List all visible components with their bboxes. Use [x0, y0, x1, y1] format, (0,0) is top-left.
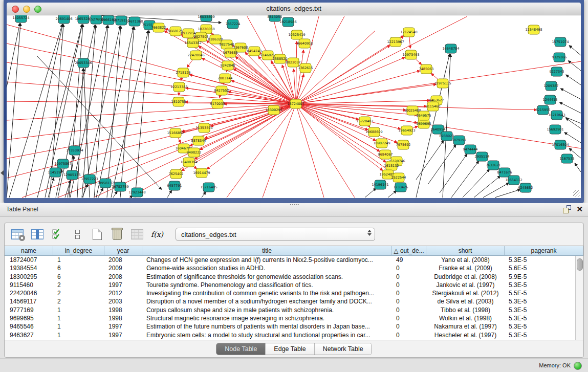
- table-scrollbar[interactable]: [575, 256, 583, 340]
- citation-edge[interactable]: [296, 57, 405, 104]
- citation-edge[interactable]: [463, 169, 489, 198]
- tab-node-table[interactable]: Node Table: [216, 343, 266, 355]
- graph-node[interactable]: 7663822: [151, 23, 166, 32]
- graph-node[interactable]: 9170033: [210, 99, 225, 108]
- scrollbar-thumb[interactable]: [577, 258, 583, 271]
- window-resize-grip[interactable]: [573, 190, 580, 197]
- citation-edge[interactable]: [233, 69, 296, 104]
- graph-node[interactable]: 16640910: [296, 39, 313, 48]
- table-row[interactable]: 977716911998Corpus callosum shape and si…: [5, 306, 576, 314]
- graph-node[interactable]: 15720407: [356, 117, 373, 126]
- table-row[interactable]: 946362711997Embryonic stem cells: a mode…: [5, 331, 576, 339]
- table-row[interactable]: 1830029562008Estimation of significance …: [5, 273, 576, 281]
- citation-edge[interactable]: [263, 104, 296, 198]
- column-header-short[interactable]: short: [426, 246, 505, 256]
- graph-node[interactable]: 15692901: [547, 125, 563, 134]
- tab-edge-table[interactable]: Edge Table: [266, 343, 314, 355]
- graph-node[interactable]: 17016504: [552, 140, 569, 149]
- graph-node[interactable]: 1733426: [394, 183, 408, 192]
- graph-node[interactable]: 10975867: [54, 159, 71, 168]
- graph-node[interactable]: 9684067: [378, 150, 393, 159]
- table-row[interactable]: 946554611997Estimation of the future num…: [5, 322, 576, 331]
- show-column-button[interactable]: [31, 228, 44, 241]
- graph-node[interactable]: 9227343: [550, 67, 564, 76]
- citation-edge[interactable]: [564, 133, 581, 143]
- citation-edge[interactable]: [167, 190, 171, 198]
- graph-node[interactable]: 10325419: [288, 30, 305, 39]
- graph-node[interactable]: 9827548: [220, 40, 234, 49]
- citation-edge[interactable]: [296, 41, 297, 104]
- citation-edge[interactable]: [113, 191, 117, 198]
- select-rows-button[interactable]: [51, 228, 64, 241]
- network-window-titlebar[interactable]: citations_edges.txt: [7, 3, 581, 15]
- graph-node[interactable]: 8822037: [286, 58, 301, 67]
- column-header-title[interactable]: title: [142, 246, 392, 256]
- row-height-button[interactable]: [71, 228, 84, 241]
- graph-node[interactable]: 2718126: [176, 68, 191, 77]
- citation-edge[interactable]: [483, 183, 509, 198]
- graph-node[interactable]: 18907249: [373, 139, 390, 148]
- graph-node[interactable]: 14055724: [12, 15, 29, 23]
- graph-node[interactable]: 10688609: [365, 127, 382, 137]
- graph-node[interactable]: 9115460: [426, 102, 441, 111]
- graph-node[interactable]: 2522544: [391, 173, 406, 182]
- table-row[interactable]: 1456911722003Disruption of a novel membe…: [5, 297, 576, 305]
- citation-edge[interactable]: [296, 104, 383, 170]
- graph-node[interactable]: 2935114: [475, 152, 490, 161]
- graph-node[interactable]: 20691406: [55, 15, 72, 24]
- citation-edge[interactable]: [190, 74, 296, 104]
- table-settings-button[interactable]: [11, 228, 24, 241]
- new-table-button[interactable]: [91, 228, 104, 241]
- graph-node[interactable]: 12213967: [387, 37, 404, 47]
- citation-edge[interactable]: [7, 82, 296, 104]
- graph-node[interactable]: 1145194: [48, 168, 63, 177]
- citation-edge[interactable]: [416, 141, 444, 180]
- float-panel-icon[interactable]: [563, 205, 571, 213]
- citation-edge[interactable]: [561, 89, 581, 99]
- graph-node[interactable]: 22420046: [187, 51, 204, 60]
- graph-node[interactable]: 11548498: [525, 25, 542, 34]
- graph-node[interactable]: 7857224: [226, 19, 241, 29]
- citation-edge[interactable]: [560, 102, 581, 113]
- citation-edge[interactable]: [96, 27, 134, 198]
- citation-edge[interactable]: [296, 16, 467, 104]
- column-header-out-degree[interactable]: △ out_de...: [392, 246, 426, 256]
- graph-node[interactable]: 12124540: [400, 28, 417, 37]
- table-row[interactable]: 911546021997Tourette syndrome. Phenomeno…: [5, 281, 576, 289]
- graph-node[interactable]: 15716485: [200, 183, 217, 192]
- citation-edge[interactable]: [575, 163, 581, 172]
- citation-edge[interactable]: [211, 104, 296, 126]
- graph-node[interactable]: 9498222: [187, 148, 202, 157]
- citation-edge[interactable]: [296, 71, 420, 104]
- citation-edge[interactable]: [135, 31, 149, 198]
- graph-node[interactable]: 1362615: [298, 63, 313, 73]
- graph-node[interactable]: 9245652: [518, 183, 533, 192]
- citation-edge[interactable]: [7, 104, 296, 140]
- network-canvas[interactable]: 1872400714055724206914061065328715276026…: [7, 15, 581, 198]
- panel-splitter-handle[interactable]: [290, 204, 299, 206]
- graph-node[interactable]: 1615132: [384, 161, 399, 170]
- graph-node[interactable]: 9242848: [221, 61, 235, 70]
- memory-status-indicator[interactable]: [574, 362, 582, 370]
- citation-edge[interactable]: [7, 101, 296, 104]
- graph-node[interactable]: 8427552: [214, 86, 229, 95]
- graph-node[interactable]: 1810755: [171, 97, 186, 106]
- citation-edge[interactable]: [296, 104, 355, 198]
- citation-edge[interactable]: [451, 161, 478, 198]
- citation-edge[interactable]: [566, 75, 581, 85]
- graph-node[interactable]: 7485063: [419, 64, 434, 74]
- graph-node[interactable]: 10973493: [402, 50, 419, 59]
- citation-edge[interactable]: [365, 188, 376, 198]
- graph-node[interactable]: 12213383: [170, 82, 187, 92]
- graph-node[interactable]: 1588520: [273, 54, 288, 63]
- citation-edge[interactable]: [296, 16, 344, 104]
- citation-edge[interactable]: [296, 104, 400, 129]
- graph-node[interactable]: 6879197: [452, 136, 467, 145]
- column-header-name[interactable]: name: [5, 246, 53, 256]
- table-row[interactable]: 1938455462009Genome-wide association stu…: [5, 264, 576, 272]
- column-header-in-degree[interactable]: in_degree: [53, 246, 104, 256]
- graph-node[interactable]: 12923448: [128, 188, 145, 197]
- graph-node[interactable]: 1244415: [543, 95, 558, 104]
- graph-node[interactable]: 14196141: [372, 180, 388, 189]
- graph-node[interactable]: 2803144: [218, 74, 233, 83]
